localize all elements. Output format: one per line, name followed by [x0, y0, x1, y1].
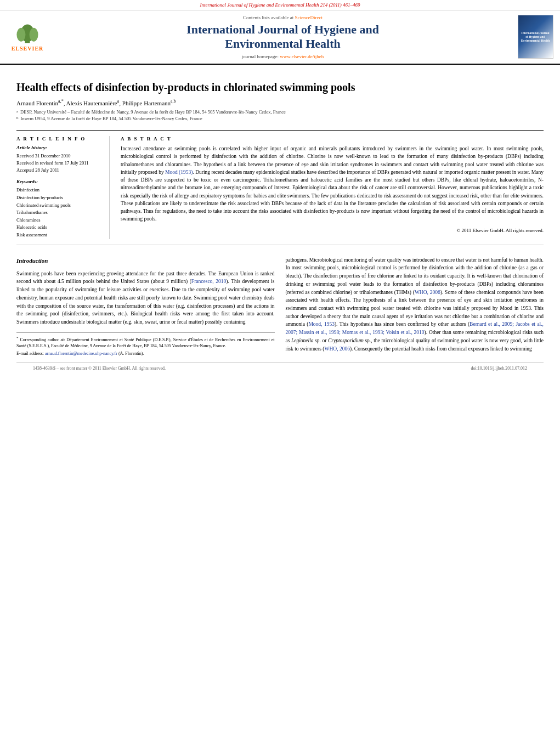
body-right-col: pathogens. Microbiological monitoring of…: [286, 256, 544, 357]
keyword-chloramines: Chloramines: [16, 217, 103, 224]
accepted-date: Accepted 28 July 2011: [16, 167, 103, 174]
intro-right-text: pathogens. Microbiological monitoring of…: [286, 256, 544, 353]
footnote-email-line: E-mail address: arnaud.florentin@medecin…: [16, 350, 275, 357]
journal-bar-text: International Journal of Hygiene and Env…: [200, 2, 360, 8]
page-wrapper: International Journal of Hygiene and Env…: [0, 0, 560, 380]
affil-b-text: Inserm U954, 9 Avenue de la forêt de Hay…: [21, 116, 202, 122]
svg-point-2: [16, 28, 25, 42]
journal-title-block: Contents lists available at ScienceDirec…: [55, 15, 511, 59]
received-date: Received 31 December 2010: [16, 152, 103, 160]
copyright-line: © 2011 Elsevier GmbH. All rights reserve…: [121, 228, 544, 233]
homepage-url[interactable]: www.elsevier.de/ijheh: [280, 54, 324, 59]
keyword-pools: Chlorinated swimming pools: [16, 202, 103, 210]
email-label: E-mail address:: [16, 351, 44, 356]
elsevier-brand-text: ELSEVIER: [12, 46, 44, 52]
footnote-text: Corresponding author at: Département Env…: [16, 337, 275, 348]
keywords-label: Keywords:: [16, 179, 103, 184]
bottom-bar: 1438-4639/$ – see front matter © 2011 El…: [16, 362, 544, 374]
intro-left-text: Swimming pools have been experiencing gr…: [16, 270, 275, 326]
affiliations: a DESP, Nancy Université – Faculté de Mé…: [16, 109, 544, 122]
sciencedirect-anchor[interactable]: ScienceDirect: [295, 15, 323, 20]
main-content: Health effects of disinfection by-produc…: [0, 65, 560, 380]
issn-text: 1438-4639/$ – see front matter © 2011 El…: [33, 366, 166, 371]
sciencedirect-link: Contents lists available at ScienceDirec…: [55, 15, 511, 20]
article-info-label: A R T I C L E I N F O: [16, 136, 103, 142]
journal-header-bar: International Journal of Hygiene and Env…: [0, 0, 560, 10]
affil-a-text: DESP, Nancy Université – Faculté de Méde…: [20, 109, 286, 116]
elsevier-tree-icon: [14, 22, 41, 44]
authors: Arnaud Florentina,*, Alexis Hautemanière…: [16, 99, 544, 106]
body-two-col: Introduction Swimming pools have been ex…: [16, 251, 544, 357]
journal-homepage: journal homepage: www.elsevier.de/ijheh: [55, 54, 511, 59]
revised-date: Received in revised form 17 July 2011: [16, 160, 103, 167]
journal-thumbnail: International Journal of Hygiene and Env…: [516, 15, 555, 59]
article-title: Health effects of disinfection by-produc…: [16, 80, 544, 94]
mood-ref-body[interactable]: Mood, 1953: [308, 321, 334, 327]
footnote-corresponding: * Corresponding author at: Département E…: [16, 336, 275, 349]
footnote-section: * Corresponding author at: Département E…: [16, 332, 275, 357]
francesco-ref[interactable]: Francesco, 2010: [191, 279, 226, 284]
abstract-label: A B S T R A C T: [121, 136, 544, 142]
abstract-col: A B S T R A C T Increased attendance at …: [121, 136, 544, 239]
keyword-haa: Haloacetic acids: [16, 224, 103, 231]
doi-text: doi:10.1016/j.ijheh.2011.07.012: [471, 366, 527, 371]
abstract-text: Increased attendance at swimming pools i…: [121, 145, 544, 223]
who-ref-2[interactable]: WHO, 2006: [324, 346, 349, 352]
journal-main-title: International Journal of Hygiene and Env…: [55, 22, 511, 52]
introduction-title: Introduction: [16, 256, 275, 265]
section-divider: [16, 245, 544, 245]
mood-ref-abstract[interactable]: Mood (1953): [165, 169, 193, 175]
svg-point-3: [30, 28, 38, 42]
top-section: ELSEVIER Contents lists available at Sci…: [0, 10, 560, 65]
article-info-abstract-section: A R T I C L E I N F O Article history: R…: [16, 130, 544, 239]
email-suffix: (A. Florentin).: [118, 351, 144, 356]
keyword-risk: Risk assessment: [16, 231, 103, 239]
email-link[interactable]: arnaud.florentin@medecine.uhp-nancy.fr: [45, 351, 117, 356]
keyword-dbp: Disinfection by-products: [16, 194, 103, 202]
keyword-thm: Trihalomethanes: [16, 209, 103, 217]
article-info-col: A R T I C L E I N F O Article history: R…: [16, 136, 110, 239]
article-history-label: Article history:: [16, 145, 103, 150]
thumb-text: International Journal of Hygiene and Env…: [521, 31, 551, 43]
who-ref-1[interactable]: WHO, 2006: [415, 290, 440, 295]
keyword-disinfection: Disinfection: [16, 186, 103, 194]
body-left-col: Introduction Swimming pools have been ex…: [16, 256, 275, 357]
elsevier-logo: ELSEVIER: [5, 15, 49, 59]
affiliation-b: b Inserm U954, 9 Avenue de la forêt de H…: [16, 116, 544, 122]
journal-thumb-box: International Journal of Hygiene and Env…: [518, 15, 553, 59]
affiliation-a: a DESP, Nancy Université – Faculté de Mé…: [16, 109, 544, 116]
